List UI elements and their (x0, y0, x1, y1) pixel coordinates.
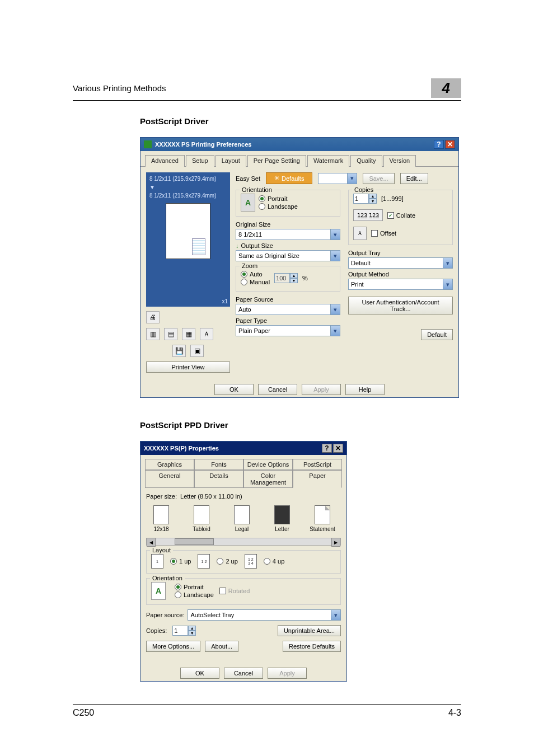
offset-checkbox[interactable]: Offset (371, 230, 396, 237)
print-mode-icon[interactable]: 🖨 (146, 311, 160, 323)
radio-1up[interactable]: 1 up (170, 558, 191, 565)
tab-fonts[interactable]: Fonts (194, 459, 243, 470)
checkbox-icon (387, 212, 394, 219)
paper-letter[interactable]: Letter (267, 505, 297, 532)
save-doc-icon[interactable]: 💾 (172, 345, 186, 357)
tab-version[interactable]: Version (383, 155, 416, 167)
copies-input[interactable] (172, 626, 188, 636)
paper-size-picker[interactable]: 12x18 Tabloid Legal Letter Statement (146, 505, 341, 532)
paper-statement[interactable]: Statement (307, 505, 338, 532)
radio-landscape[interactable]: Landscape (175, 591, 214, 598)
copies-input[interactable] (353, 194, 369, 204)
copies-stepper[interactable]: ▲▼ (172, 626, 196, 636)
paper-source-dropdown[interactable]: AutoSelect Tray (188, 609, 341, 621)
original-size-dropdown[interactable]: 8 1/2x11 (236, 229, 340, 240)
paper-size-caption: 12x18 (153, 526, 168, 532)
apply-button[interactable]: Apply (302, 384, 341, 395)
tab-color-management[interactable]: Color Management (243, 470, 293, 488)
radio-2up[interactable]: 2 up (217, 558, 237, 565)
radio-dot-icon (217, 558, 223, 565)
zoom-fieldset: Zoom Auto M (236, 266, 340, 292)
paper-source-label: Paper source: (146, 612, 184, 618)
landscape-label: Landscape (268, 203, 298, 210)
printer-view-button[interactable]: Printer View (146, 361, 230, 373)
tab-graphics[interactable]: Graphics (145, 459, 194, 470)
paper-size-caption: Statement (310, 526, 335, 532)
ok-button[interactable]: OK (180, 668, 219, 679)
layout-1up-icon: 1 (151, 554, 163, 569)
tab-general[interactable]: General (145, 470, 194, 488)
booklet-icon[interactable]: ▤ (164, 328, 177, 340)
copies-stepper[interactable]: ▲▼ (353, 194, 377, 204)
easy-set-preset-dropdown[interactable] (318, 173, 357, 184)
apply-button[interactable]: Apply (268, 668, 307, 679)
radio-portrait[interactable]: Portrait (259, 195, 298, 202)
account-icon[interactable]: ▣ (190, 345, 204, 357)
tab-device-options[interactable]: Device Options (243, 459, 293, 470)
more-options-button[interactable]: More Options... (146, 641, 200, 652)
tab-quality[interactable]: Quality (350, 155, 382, 167)
tab-details[interactable]: Details (194, 470, 243, 488)
tab-advanced[interactable]: Advanced (145, 155, 185, 167)
duplex-off-icon[interactable]: ▥ (146, 328, 160, 340)
help-icon[interactable]: ? (322, 444, 332, 453)
watermark-icon[interactable]: Ａ (200, 328, 213, 340)
tab-per-page-setting[interactable]: Per Page Setting (247, 155, 306, 167)
nup-icon[interactable]: ▦ (182, 328, 195, 340)
zoom-value-stepper[interactable]: ▲▼ (274, 273, 298, 283)
one-up-label: 1 up (179, 558, 191, 565)
paper-size-caption: Tabloid (193, 526, 210, 532)
unprintable-area-button[interactable]: Unprintable Area... (278, 625, 341, 636)
radio-portrait[interactable]: Portrait (175, 584, 214, 590)
output-size-dropdown[interactable]: Same as Original Size (236, 250, 340, 261)
save-preset-button[interactable]: Save... (363, 173, 394, 184)
tab-setup[interactable]: Setup (186, 155, 214, 167)
tab-bar: Graphics Fonts Device Options PostScript… (140, 455, 346, 487)
about-button[interactable]: About... (205, 641, 238, 652)
paper-source-label: Paper Source (236, 296, 340, 303)
section-ps-driver: PostScript Driver (140, 116, 461, 126)
tab-layout[interactable]: Layout (216, 155, 246, 167)
copies-fieldset: Copies ▲▼ [1...999] 1̲2̲3̲ 1̲2̲3̲ (348, 190, 453, 245)
down-arrow-icon: ↓ (236, 242, 239, 249)
paper-size-scrollbar[interactable] (146, 538, 341, 546)
close-icon[interactable]: ✕ (333, 444, 343, 453)
cancel-button[interactable]: Cancel (224, 668, 263, 679)
default-button[interactable]: Default (421, 329, 453, 340)
radio-dot-icon (241, 279, 247, 285)
defaults-text: Defaults (282, 175, 304, 182)
user-auth-button[interactable]: User Authentication/Account Track... (348, 297, 453, 314)
radio-dot-icon (170, 558, 177, 565)
cancel-button[interactable]: Cancel (258, 384, 297, 395)
output-method-dropdown[interactable]: Print (348, 279, 453, 290)
radio-zoom-auto[interactable]: Auto (241, 271, 270, 278)
help-icon[interactable]: ? (434, 140, 444, 149)
restore-defaults-button[interactable]: Restore Defaults (283, 641, 341, 652)
tab-postscript[interactable]: PostScript (293, 459, 342, 470)
copies-range: [1...999] (381, 195, 404, 202)
paper-tabloid[interactable]: Tabloid (186, 505, 217, 532)
tab-paper[interactable]: Paper (293, 470, 342, 488)
paper-12x18[interactable]: 12x18 (146, 505, 176, 532)
paper-type-dropdown[interactable]: Plain Paper (236, 325, 340, 336)
header-rule (73, 100, 461, 101)
tab-watermark[interactable]: Watermark (307, 155, 349, 167)
copies-label: Copies: (146, 627, 167, 634)
layout-fieldset: Layout 1 1 up 1 2 2 up 1 23 4 (146, 550, 341, 574)
radio-dot-icon (259, 195, 265, 202)
paper-legal[interactable]: Legal (227, 505, 257, 532)
collate-checkbox[interactable]: Collate (387, 212, 415, 219)
copies-legend: Copies (352, 186, 376, 193)
radio-4up[interactable]: 4 up (264, 558, 284, 565)
original-size-label: Original Size (236, 221, 340, 228)
ok-button[interactable]: OK (214, 384, 254, 395)
output-tray-dropdown[interactable]: Default (348, 257, 453, 269)
help-button[interactable]: Help (345, 384, 385, 395)
star-icon: ✳ (274, 175, 279, 182)
radio-zoom-manual[interactable]: Manual (241, 279, 270, 285)
close-icon[interactable]: ✕ (445, 140, 455, 149)
radio-landscape[interactable]: Landscape (259, 203, 298, 210)
edit-preset-button[interactable]: Edit... (400, 173, 428, 184)
output-tray-label: Output Tray (348, 250, 453, 256)
paper-source-dropdown[interactable]: Auto (236, 304, 340, 315)
